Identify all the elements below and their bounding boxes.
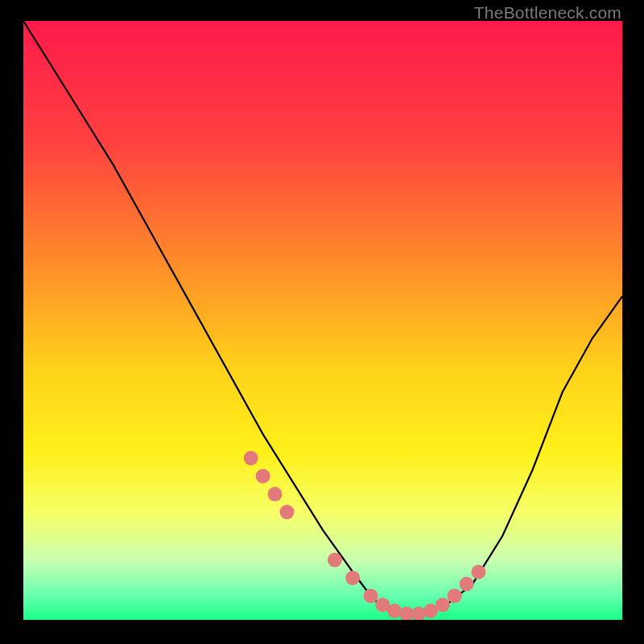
plot-svg: [23, 21, 622, 620]
watermark-text: TheBottleneck.com: [474, 3, 621, 23]
curve-marker: [448, 588, 462, 603]
curve-marker: [268, 487, 283, 502]
curve-marker: [256, 469, 270, 483]
chart-stage: TheBottleneck.com: [0, 0, 644, 644]
curve-marker: [471, 565, 485, 580]
curve-marker: [279, 505, 294, 519]
curve-marker: [364, 588, 378, 603]
curve-marker: [328, 553, 342, 568]
curve-marker: [436, 597, 450, 612]
curve-marker: [244, 451, 258, 465]
curve-marker: [345, 571, 360, 585]
plot-area: [23, 21, 622, 620]
curve-marker: [460, 576, 474, 591]
